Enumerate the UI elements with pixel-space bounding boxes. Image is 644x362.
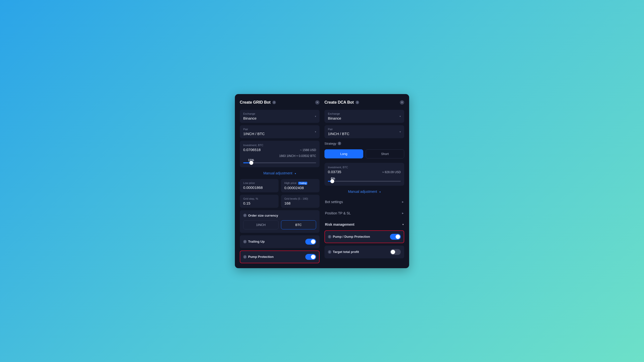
manual-adjustment-toggle[interactable]: Manual adjustment ▾ xyxy=(240,170,320,177)
chevron-down-icon: ▾ xyxy=(402,223,404,226)
strategy-label-row: Strategy i xyxy=(324,142,404,145)
investment-value: 0.03735 xyxy=(328,170,348,174)
pump-dump-protection-row: i Pump / Dump Protection xyxy=(324,230,404,243)
pair-label: Pair xyxy=(328,128,401,131)
exchange-value: Binance xyxy=(243,116,316,120)
pair-select[interactable]: Pair 1INCH / BTC ▾ xyxy=(240,125,320,138)
chevron-right-icon: ▶ xyxy=(402,201,404,203)
info-icon[interactable]: i xyxy=(243,240,247,243)
pump-dump-protection-label: Pump / Dump Protection xyxy=(333,235,370,238)
bot-creation-modal: Create GRID Bot i ✕ Exchange Binance ▾ P… xyxy=(235,94,409,268)
close-icon[interactable]: ✕ xyxy=(400,100,404,105)
position-tpsl-label: Position TP & SL xyxy=(325,211,351,215)
dca-title-text: Create DCA Bot xyxy=(324,100,354,105)
grid-panel-title: Create GRID Bot i xyxy=(240,100,276,105)
investment-slider[interactable] xyxy=(328,181,401,182)
dca-investment-block: Investment, BTC 0.03735 ≈ 828.09 USD 6% xyxy=(324,163,404,186)
order-size-currency-block: i Order size currency 1INCH BTC xyxy=(240,210,320,233)
grid-levels-label: Grid levels (5 - 180) xyxy=(284,197,316,200)
target-total-profit-row: i Target total profit xyxy=(324,246,404,258)
grid-step-label: Grid step, % xyxy=(243,197,275,200)
grid-panel-header: Create GRID Bot i ✕ xyxy=(240,99,320,106)
chevron-down-icon: ▾ xyxy=(315,130,316,133)
manual-adjustment-toggle[interactable]: Manual adjustment ▾ xyxy=(324,188,404,195)
low-price-label: Low price xyxy=(243,181,275,184)
investment-label: Investment, BTC xyxy=(243,144,263,147)
exchange-value: Binance xyxy=(328,116,401,120)
bot-settings-expand[interactable]: Bot settings ▶ xyxy=(324,197,404,206)
pair-select[interactable]: Pair 1INCH / BTC ▾ xyxy=(324,125,404,138)
dca-panel-header: Create DCA Bot i ✕ xyxy=(324,99,404,106)
chevron-down-icon: ▾ xyxy=(295,172,296,175)
low-price-input[interactable]: Low price 0.00001868 xyxy=(240,179,278,192)
bot-settings-label: Bot settings xyxy=(325,200,343,204)
grid-step-input[interactable]: Grid step, % 0.15 xyxy=(240,195,278,208)
exchange-select[interactable]: Exchange Binance ▾ xyxy=(240,110,320,123)
exchange-label: Exchange xyxy=(243,112,316,115)
chevron-down-icon: ▾ xyxy=(400,115,401,118)
exchange-select[interactable]: Exchange Binance ▾ xyxy=(324,110,404,123)
pump-protection-label: Pump Protection xyxy=(248,255,274,259)
pump-protection-row: i Pump Protection xyxy=(240,250,320,263)
chevron-right-icon: ▶ xyxy=(402,212,404,214)
risk-management-label: Risk management xyxy=(325,222,354,226)
dca-panel-title: Create DCA Bot i xyxy=(324,100,359,105)
grid-bot-panel: Create GRID Bot i ✕ Exchange Binance ▾ P… xyxy=(235,94,322,268)
currency-btc-button[interactable]: BTC xyxy=(281,220,316,229)
investment-usd: ~ 1566 USD xyxy=(300,148,316,152)
risk-management-expand[interactable]: Risk management ▾ xyxy=(324,220,404,228)
investment-usd: ≈ 828.09 USD xyxy=(382,170,401,174)
pump-dump-protection-toggle[interactable] xyxy=(390,234,401,240)
grid-investment-block: Investment, BTC 0.0706518 ~ 1566 USD 166… xyxy=(240,141,320,167)
high-price-label: High price Trailing xyxy=(284,181,316,185)
exchange-label: Exchange xyxy=(328,112,401,115)
pump-protection-toggle[interactable] xyxy=(305,254,316,260)
currency-1inch-button[interactable]: 1INCH xyxy=(243,220,278,229)
grid-step-value: 0.15 xyxy=(243,201,275,205)
order-size-label: Order size currency xyxy=(248,214,278,217)
close-icon[interactable]: ✕ xyxy=(315,100,320,105)
chevron-down-icon: ▾ xyxy=(400,130,401,133)
info-icon[interactable]: i xyxy=(328,250,331,254)
info-icon[interactable]: i xyxy=(243,214,247,217)
info-icon[interactable]: i xyxy=(328,235,331,238)
pair-value: 1INCH / BTC xyxy=(328,132,401,136)
low-price-value: 0.00001868 xyxy=(243,185,275,190)
target-total-profit-label: Target total profit xyxy=(333,250,359,254)
trailing-badge: Trailing xyxy=(298,182,307,185)
investment-value: 0.0706518 xyxy=(243,148,263,152)
strategy-label: Strategy xyxy=(324,142,336,145)
strategy-long-button[interactable]: Long xyxy=(324,149,363,158)
high-price-value: 0.00002408 xyxy=(284,186,316,190)
trailing-up-toggle[interactable] xyxy=(305,239,316,245)
info-icon[interactable]: i xyxy=(356,101,359,104)
strategy-short-button[interactable]: Short xyxy=(366,149,404,158)
pair-value: 1INCH / BTC xyxy=(243,132,316,136)
trailing-up-label: Trailing Up xyxy=(248,240,264,243)
grid-levels-value: 168 xyxy=(284,201,316,205)
grid-levels-input[interactable]: Grid levels (5 - 180) 168 xyxy=(281,195,320,208)
trailing-up-row: i Trailing Up xyxy=(240,235,320,248)
grid-title-text: Create GRID Bot xyxy=(240,100,270,105)
chevron-down-icon: ▾ xyxy=(315,115,316,118)
info-icon[interactable]: i xyxy=(272,101,276,104)
high-price-input[interactable]: High price Trailing 0.00002408 xyxy=(281,179,320,192)
slider-percent-label: 6% xyxy=(331,177,401,180)
investment-label: Investment, BTC xyxy=(328,166,348,169)
target-total-profit-toggle[interactable] xyxy=(390,249,401,255)
position-tpsl-expand[interactable]: Position TP & SL ▶ xyxy=(324,209,404,218)
investment-slider[interactable] xyxy=(243,162,316,163)
dca-bot-panel: Create DCA Bot i ✕ Exchange Binance ▾ Pa… xyxy=(322,94,409,268)
chevron-down-icon: ▾ xyxy=(380,191,381,193)
info-icon[interactable]: i xyxy=(338,142,341,145)
pair-label: Pair xyxy=(243,128,316,131)
info-icon[interactable]: i xyxy=(243,255,247,259)
investment-breakdown: 1663 1INCH + 0.03532 BTC xyxy=(243,154,316,158)
slider-percent-label: 11% xyxy=(248,158,316,162)
